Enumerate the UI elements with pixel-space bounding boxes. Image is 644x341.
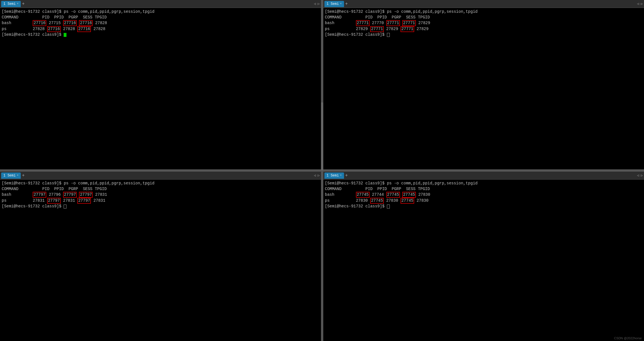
tab-bar-tr: 1 Semi × + ◁ ▷: [323, 0, 644, 8]
ps-ppid-bl: 27797: [47, 198, 61, 204]
bash-row-br: bash 27745 27744 27745 27745 27830: [325, 192, 643, 198]
tab-close-bl[interactable]: ×: [17, 174, 18, 177]
tab-label-tr: 1 Semi: [327, 2, 339, 6]
bash-pgrp-bl: 27797: [63, 192, 77, 198]
watermark: CSDN @2022horse: [614, 336, 642, 340]
cursor-tl: [64, 33, 66, 37]
tab-br[interactable]: 1 Semi ×: [324, 172, 344, 179]
bash-pgrp-br: 27745: [386, 192, 400, 198]
tab-bl[interactable]: 1 Semi ×: [1, 172, 21, 179]
tab-nav-bl: ◁ ▷: [314, 173, 320, 178]
ps-ppid-tr: 27771: [370, 26, 384, 32]
prompt-line-br: [Semi@hecs-91732 class9]$: [325, 204, 643, 209]
bash-pgrp-tr: 27771: [386, 20, 400, 26]
tab-bar-tl: 1 Semi × + ◁ ▷: [0, 0, 321, 8]
tab-bar-br: 1 Semi × + ◁ ▷: [323, 172, 644, 180]
tab-nav-tl: ◁ ▷: [314, 2, 320, 6]
ps-row-bl: ps 27831 27797 27831 27797 27831: [2, 198, 319, 204]
tab-label-tl: 1 Semi: [3, 2, 16, 6]
prompt-line-tl: [Semi@hecs-91732 class9]$: [2, 32, 319, 38]
ps-sess-br: 27745: [401, 198, 414, 204]
pane-bottom-right: 1 Semi × + ◁ ▷ [Semi@hecs-91732 class9]$…: [323, 172, 644, 341]
bash-pgrp-tl: 27716: [63, 20, 77, 26]
command-line-tr: [Semi@hecs-91732 class9]$ ps -o comm,pid…: [325, 9, 643, 15]
nav-prev-tr[interactable]: ◁: [637, 2, 639, 6]
tab-tr[interactable]: 1 Semi ×: [324, 1, 344, 7]
command-line-tl: [Semi@hecs-91732 class9]$ ps -o comm,pid…: [2, 9, 319, 15]
prompt-line-tr: [Semi@hecs-91732 class9]$: [325, 32, 643, 38]
tab-tl[interactable]: 1 Semi ×: [1, 1, 21, 7]
ps-sess-tr: 27771: [401, 26, 414, 32]
nav-next-tl[interactable]: ▷: [318, 2, 320, 6]
tab-add-tr[interactable]: +: [345, 2, 348, 6]
ps-sess-tl: 27716: [77, 26, 91, 32]
header-tl: COMMAND PID PPID PGRP SESS TPGID: [2, 15, 319, 20]
splitter-horizontal-right[interactable]: [323, 169, 644, 172]
command-line-br: [Semi@hecs-91732 class9]$ ps -o comm,pid…: [325, 181, 643, 186]
prompt-line-bl: [Semi@hecs-91732 class9]$: [2, 204, 319, 209]
tab-add-br[interactable]: +: [345, 173, 348, 178]
ps-row-tr: ps 27829 27771 27829 27771 27829: [325, 26, 643, 32]
tab-nav-tr: ◁ ▷: [637, 2, 643, 6]
cursor-br: [387, 205, 390, 209]
ps-ppid-br: 27745: [370, 198, 384, 204]
pane-top-right: 1 Semi × + ◁ ▷ [Semi@hecs-91732 class9]$…: [323, 0, 644, 169]
splitter-horizontal-left[interactable]: [0, 169, 321, 172]
tab-close-br[interactable]: ×: [340, 174, 342, 177]
ps-row-br: ps 27830 27745 27830 27745 27830: [325, 198, 643, 204]
tab-nav-br: ◁ ▷: [637, 173, 643, 178]
terminal-body-br[interactable]: [Semi@hecs-91732 class9]$ ps -o comm,pid…: [323, 180, 644, 341]
terminal-body-tr[interactable]: [Semi@hecs-91732 class9]$ ps -o comm,pid…: [323, 8, 644, 169]
header-tr: COMMAND PID PPID PGRP SESS TPGID: [325, 15, 643, 20]
bash-pid-br: 27745: [356, 192, 370, 198]
bash-sess-tl: 27716: [79, 20, 93, 26]
ps-row-tl: ps 27828 27716 27828 27716 27828: [2, 26, 319, 32]
nav-next-bl[interactable]: ▷: [318, 173, 320, 178]
nav-next-br[interactable]: ▷: [641, 173, 643, 178]
bash-row-bl: bash 27797 27796 27797 27797 27831: [2, 192, 319, 198]
pane-bottom-left: 1 Semi × + ◁ ▷ [Semi@hecs-91732 class9]$…: [0, 172, 321, 341]
terminal-grid: 1 Semi × + ◁ ▷ [Semi@hecs-91732 class9]$…: [0, 0, 644, 341]
cursor-bl: [64, 205, 66, 209]
command-line-bl: [Semi@hecs-91732 class9]$ ps -o comm,pid…: [2, 181, 319, 186]
bash-pid-tl: 27716: [33, 20, 46, 26]
cursor-tr: [387, 33, 390, 37]
bash-sess-br: 27745: [402, 192, 416, 198]
bash-pid-bl: 27797: [33, 192, 46, 198]
nav-prev-bl[interactable]: ◁: [314, 173, 316, 178]
nav-next-tr[interactable]: ▷: [641, 2, 643, 6]
tab-close-tl[interactable]: ×: [17, 2, 18, 5]
terminal-body-bl[interactable]: [Semi@hecs-91732 class9]$ ps -o comm,pid…: [0, 180, 321, 341]
header-bl: COMMAND PID PPID PGRP SESS TPGID: [2, 186, 319, 192]
bash-pid-tr: 27771: [356, 20, 370, 26]
ps-sess-bl: 27797: [77, 198, 91, 204]
tab-label-bl: 1 Semi: [3, 174, 16, 178]
tab-bar-bl: 1 Semi × + ◁ ▷: [0, 172, 321, 180]
bash-sess-tr: 27771: [402, 20, 416, 26]
nav-prev-br[interactable]: ◁: [637, 173, 639, 178]
nav-prev-tl[interactable]: ◁: [314, 2, 316, 6]
tab-label-br: 1 Semi: [327, 174, 339, 178]
ps-ppid-tl: 27716: [47, 26, 61, 32]
tab-add-tl[interactable]: +: [22, 2, 25, 6]
pane-top-left: 1 Semi × + ◁ ▷ [Semi@hecs-91732 class9]$…: [0, 0, 321, 169]
tab-add-bl[interactable]: +: [22, 173, 25, 178]
terminal-body-tl[interactable]: [Semi@hecs-91732 class9]$ ps -o comm,pid…: [0, 8, 321, 169]
bash-sess-bl: 27797: [79, 192, 93, 198]
tab-close-tr[interactable]: ×: [340, 2, 342, 5]
scrollbar-v[interactable]: [321, 102, 323, 171]
bash-row-tl: bash 27716 27715 27716 27716 27828: [2, 20, 319, 26]
bash-row-tr: bash 27771 27770 27771 27771 27829: [325, 20, 643, 26]
header-br: COMMAND PID PPID PGRP SESS TPGID: [325, 186, 643, 192]
splitter-vertical[interactable]: [321, 0, 323, 341]
